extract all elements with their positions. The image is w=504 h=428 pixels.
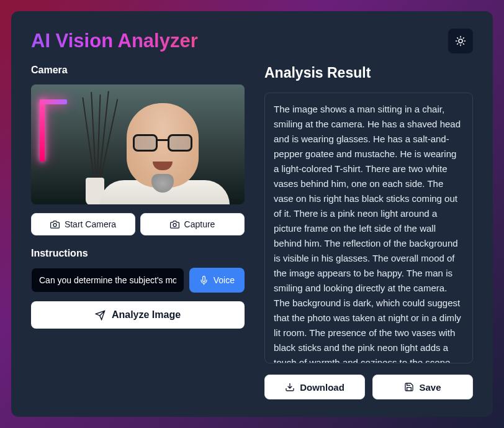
capture-button[interactable]: Capture bbox=[140, 213, 245, 235]
start-camera-label: Start Camera bbox=[65, 219, 116, 229]
instructions-label: Instructions bbox=[31, 248, 245, 259]
page-title: AI Vision Analyzer bbox=[31, 30, 198, 52]
camera-icon bbox=[170, 220, 179, 229]
svg-point-2 bbox=[173, 223, 176, 226]
voice-button[interactable]: Voice bbox=[189, 268, 245, 293]
mic-icon bbox=[199, 276, 209, 285]
save-icon bbox=[404, 382, 414, 392]
download-icon bbox=[285, 382, 295, 392]
analyze-label: Analyze Image bbox=[112, 309, 181, 321]
columns: Camera bbox=[31, 65, 473, 399]
save-button[interactable]: Save bbox=[372, 375, 473, 399]
camera-icon bbox=[50, 220, 60, 229]
camera-label: Camera bbox=[31, 65, 245, 76]
download-button[interactable]: Download bbox=[264, 375, 365, 399]
result-actions: Download Save bbox=[264, 375, 473, 399]
result-textarea[interactable] bbox=[264, 93, 473, 363]
right-column: Analysis Result Download Save bbox=[264, 65, 473, 399]
send-icon bbox=[95, 310, 106, 321]
instruction-row: Voice bbox=[31, 268, 245, 293]
start-camera-button[interactable]: Start Camera bbox=[31, 213, 135, 235]
sun-icon bbox=[455, 35, 466, 47]
svg-point-0 bbox=[459, 39, 462, 43]
camera-buttons: Start Camera Capture bbox=[31, 213, 245, 235]
analyze-button[interactable]: Analyze Image bbox=[31, 301, 245, 329]
capture-label: Capture bbox=[184, 219, 215, 229]
camera-preview bbox=[31, 84, 245, 204]
result-title: Analysis Result bbox=[264, 65, 473, 81]
theme-toggle-button[interactable] bbox=[448, 29, 473, 53]
main-card: AI Vision Analyzer Camera bbox=[11, 11, 493, 417]
left-column: Camera bbox=[31, 65, 245, 399]
download-label: Download bbox=[300, 382, 344, 393]
instruction-input[interactable] bbox=[31, 268, 184, 293]
header: AI Vision Analyzer bbox=[31, 29, 473, 53]
voice-label: Voice bbox=[214, 275, 235, 285]
svg-point-1 bbox=[53, 223, 56, 226]
save-label: Save bbox=[419, 382, 441, 393]
